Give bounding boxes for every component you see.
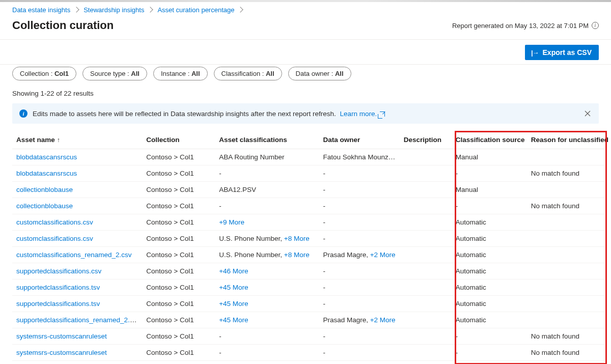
chevron-right-icon (74, 7, 79, 12)
more-classifications-link[interactable]: +8 More (284, 235, 310, 242)
cell-collection: Contoso > Col1 (142, 149, 215, 165)
col-data-owner[interactable]: Data owner (319, 131, 399, 149)
filter-classification[interactable]: Classification : All (214, 67, 282, 80)
col-description[interactable]: Description (400, 131, 452, 149)
cell-asset-name: collectionblobause (12, 198, 142, 214)
cell-classification-source: - (452, 328, 527, 345)
asset-link[interactable]: supportedclassifications_renamed_2.tsv (16, 316, 138, 324)
cell-data-owner: - (319, 182, 399, 198)
cell-reason (527, 279, 605, 296)
asset-link[interactable]: customclassifications.csv (16, 218, 93, 226)
filter-collection[interactable]: Collection : Col1 (12, 67, 76, 80)
asset-link[interactable]: customclassifications_renamed_2.csv (16, 251, 132, 259)
col-asset-name[interactable]: Asset name↑ (12, 131, 142, 149)
table-row: customclassifications.csvContoso > Col1U… (12, 231, 605, 247)
asset-link[interactable]: blobdatascansrscus (16, 170, 77, 177)
col-classification-source[interactable]: Classification source (452, 131, 527, 149)
cell-reason: No match found (527, 198, 605, 214)
cell-collection: Contoso > Col1 (142, 247, 215, 263)
cell-asset-name: customclassifications.csv (12, 231, 142, 247)
filter-data-owner[interactable]: Data owner : All (288, 67, 351, 80)
cell-collection: Contoso > Col1 (142, 345, 215, 361)
export-icon: |→ (531, 49, 539, 57)
export-csv-button[interactable]: |→ Export as CSV (525, 45, 599, 60)
more-classifications-link[interactable]: +46 More (219, 267, 248, 275)
cell-collection: Contoso > Col1 (142, 198, 215, 214)
cell-classification-source: Manual (452, 182, 527, 198)
cell-collection: Contoso > Col1 (142, 182, 215, 198)
toolbar: |→ Export as CSV (0, 40, 611, 64)
cell-classification-source: Automatic (452, 312, 527, 328)
table-row: customclassifications.csvContoso > Col1+… (12, 214, 605, 231)
cell-description (400, 231, 452, 247)
results-table: Asset name↑ Collection Asset classificat… (12, 131, 605, 361)
cell-data-owner: - (319, 198, 399, 214)
cell-reason (527, 247, 605, 263)
cell-reason: No match found (527, 328, 605, 345)
asset-link[interactable]: collectionblobause (16, 186, 73, 193)
cell-asset-name: supportedclassifications.tsv (12, 296, 142, 312)
breadcrumb-asset-curation[interactable]: Asset curation percentage (157, 6, 234, 14)
cell-classifications: +45 More (215, 279, 319, 296)
table-row: supportedclassifications.csvContoso > Co… (12, 263, 605, 279)
cell-description (400, 182, 452, 198)
asset-link[interactable]: supportedclassifications.tsv (16, 284, 100, 291)
cell-collection: Contoso > Col1 (142, 296, 215, 312)
cell-classifications: - (215, 165, 319, 182)
col-collection[interactable]: Collection (142, 131, 215, 149)
more-classifications-link[interactable]: +45 More (219, 316, 248, 324)
cell-description (400, 345, 452, 361)
learn-more-link[interactable]: Learn more. (340, 110, 385, 118)
cell-asset-name: supportedclassifications.csv (12, 263, 142, 279)
cell-reason: No match found (527, 165, 605, 182)
cell-classification-source: Automatic (452, 231, 527, 247)
cell-collection: Contoso > Col1 (142, 214, 215, 231)
asset-link[interactable]: blobdatascansrscus (16, 153, 77, 161)
more-owners-link[interactable]: +2 More (370, 251, 396, 259)
cell-classification-source: Automatic (452, 214, 527, 231)
col-reason-unclassified[interactable]: Reason for unclassified (527, 131, 605, 149)
asset-link[interactable]: customclassifications.csv (16, 235, 93, 242)
cell-asset-name: supportedclassifications_renamed_2.tsv (12, 312, 142, 328)
cell-reason (527, 182, 605, 198)
asset-link[interactable]: systemsrs-customscanruleset (16, 349, 107, 356)
asset-link[interactable]: collectionblobause (16, 202, 73, 210)
more-owners-link[interactable]: +2 More (370, 316, 396, 324)
cell-data-owner: - (319, 214, 399, 231)
cell-asset-name: customclassifications_renamed_2.csv (12, 247, 142, 263)
filter-instance[interactable]: Instance : All (153, 67, 208, 80)
cell-data-owner: - (319, 296, 399, 312)
info-icon[interactable]: i (592, 22, 599, 29)
cell-asset-name: systemsrs-customscanruleset (12, 328, 142, 345)
cell-reason (527, 149, 605, 165)
cell-classification-source: Automatic (452, 247, 527, 263)
more-classifications-link[interactable]: +9 More (219, 218, 244, 226)
table-row: systemsrs-customscanrulesetContoso > Col… (12, 345, 605, 361)
table-row: collectionblobauseContoso > Col1ABA12.PS… (12, 182, 605, 198)
cell-data-owner: - (319, 328, 399, 345)
cell-asset-name: supportedclassifications.tsv (12, 279, 142, 296)
cell-description (400, 328, 452, 345)
cell-description (400, 165, 452, 182)
filter-source-type[interactable]: Source type : All (82, 67, 147, 80)
cell-data-owner: - (319, 345, 399, 361)
table-row: collectionblobauseContoso > Col1---No ma… (12, 198, 605, 214)
asset-link[interactable]: supportedclassifications.csv (16, 267, 101, 275)
table-row: supportedclassifications.tsvContoso > Co… (12, 296, 605, 312)
info-banner: i Edits made to assets here will be refl… (12, 103, 599, 124)
page-title: Collection curation (12, 19, 114, 32)
cell-collection: Contoso > Col1 (142, 328, 215, 345)
asset-link[interactable]: supportedclassifications.tsv (16, 300, 100, 307)
breadcrumb-data-estate[interactable]: Data estate insights (12, 6, 70, 14)
cell-data-owner: Prasad Magre, +2 More (319, 312, 399, 328)
more-classifications-link[interactable]: +45 More (219, 300, 248, 307)
col-classifications[interactable]: Asset classifications (215, 131, 319, 149)
more-classifications-link[interactable]: +45 More (219, 284, 248, 291)
close-banner-button[interactable] (582, 108, 593, 119)
more-classifications-link[interactable]: +8 More (284, 251, 310, 259)
cell-asset-name: systemsrs-customscanruleset (12, 345, 142, 361)
cell-classifications: +9 More (215, 214, 319, 231)
cell-data-owner: - (319, 165, 399, 182)
asset-link[interactable]: systemsrs-customscanruleset (16, 332, 107, 340)
breadcrumb-stewardship[interactable]: Stewardship insights (84, 6, 144, 14)
